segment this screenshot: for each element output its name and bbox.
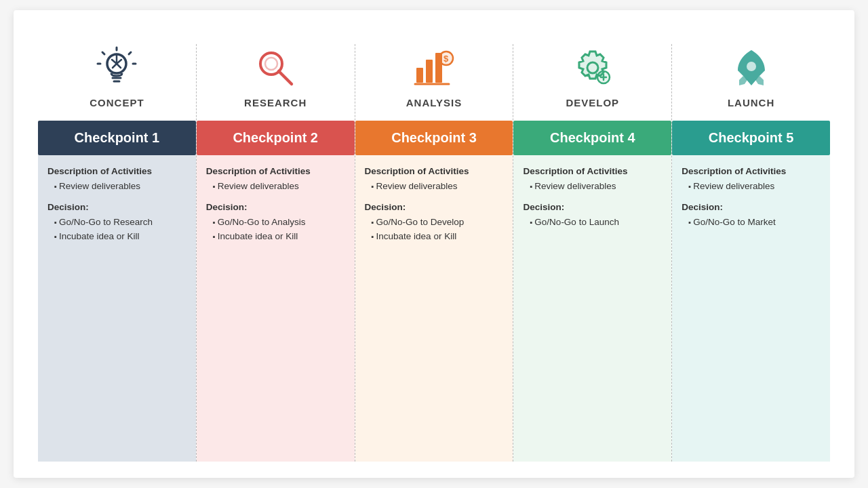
list-item: Incubate idea or Kill: [370, 230, 504, 243]
main-content: CONCEPTCheckpoint 1Description of Activi…: [38, 44, 830, 462]
develop-activities-list: Review deliverables: [523, 180, 662, 193]
slide: CONCEPTCheckpoint 1Description of Activi…: [14, 10, 854, 478]
list-item: Review deliverables: [687, 180, 821, 193]
list-item: Go/No-Go to Research: [53, 216, 186, 229]
list-item: Incubate idea or Kill: [53, 230, 186, 243]
list-item: Go/No-Go to Develop: [370, 216, 504, 229]
list-item: Go/No-Go to Market: [687, 216, 821, 229]
phase-col-launch: LAUNCHCheckpoint 5Description of Activit…: [672, 44, 830, 462]
concept-label: CONCEPT: [90, 97, 144, 108]
research-checkpoint-bar: Checkpoint 2: [197, 121, 355, 155]
launch-activities-list: Review deliverables: [682, 180, 821, 193]
list-item: Go/No-Go to Launch: [528, 216, 662, 229]
concept-checkpoint-bar: Checkpoint 1: [38, 121, 196, 155]
research-activities-title: Description of Activities: [206, 165, 345, 178]
research-label: RESEARCH: [244, 97, 307, 108]
analysis-content: Description of ActivitiesReview delivera…: [355, 155, 513, 462]
svg-text:$: $: [443, 54, 449, 64]
develop-decision-title: Decision:: [523, 201, 662, 214]
list-item: Review deliverables: [528, 180, 662, 193]
launch-activities-title: Description of Activities: [682, 165, 821, 178]
launch-content: Description of ActivitiesReview delivera…: [672, 155, 830, 462]
analysis-activities-title: Description of Activities: [365, 165, 504, 178]
launch-decisions-list: Go/No-Go to Market: [682, 216, 821, 229]
develop-content: Description of ActivitiesReview delivera…: [513, 155, 671, 462]
research-content: Description of ActivitiesReview delivera…: [197, 155, 355, 462]
svg-point-15: [265, 58, 277, 70]
concept-activities-title: Description of Activities: [47, 165, 186, 178]
list-item: Review deliverables: [212, 180, 345, 193]
research-decisions-list: Go/No-Go to AnalysisIncubate idea or Kil…: [206, 216, 345, 244]
develop-decisions-list: Go/No-Go to Launch: [523, 216, 662, 229]
svg-point-26: [747, 62, 756, 71]
analysis-decision-title: Decision:: [365, 201, 504, 214]
list-item: Review deliverables: [370, 180, 504, 193]
research-decision-title: Decision:: [206, 201, 345, 214]
research-activities-list: Review deliverables: [206, 180, 345, 193]
phase-col-analysis: $ ANALYSISCheckpoint 3Description of Act…: [355, 44, 514, 462]
svg-line-14: [279, 71, 292, 84]
svg-rect-16: [416, 68, 423, 83]
research-icon: [252, 44, 299, 92]
list-item: Go/No-Go to Analysis: [212, 216, 345, 229]
analysis-activities-list: Review deliverables: [365, 180, 504, 193]
concept-activities-list: Review deliverables: [47, 180, 186, 193]
svg-line-2: [102, 52, 104, 54]
launch-icon: [728, 44, 775, 92]
concept-icon: [93, 44, 140, 92]
list-item: Incubate idea or Kill: [212, 230, 345, 243]
svg-line-12: [117, 64, 121, 68]
develop-icon: [569, 44, 616, 92]
phase-col-develop: DEVELOPCheckpoint 4Description of Activi…: [513, 44, 672, 462]
phase-col-research: RESEARCHCheckpoint 2Description of Activ…: [197, 44, 355, 462]
concept-decision-title: Decision:: [47, 201, 186, 214]
develop-label: DEVELOP: [566, 97, 619, 108]
concept-decisions-list: Go/No-Go to ResearchIncubate idea or Kil…: [47, 216, 186, 244]
svg-line-11: [113, 64, 117, 68]
phase-col-concept: CONCEPTCheckpoint 1Description of Activi…: [38, 44, 197, 462]
develop-checkpoint-bar: Checkpoint 4: [513, 121, 671, 155]
launch-decision-title: Decision:: [682, 201, 821, 214]
develop-activities-title: Description of Activities: [523, 165, 662, 178]
concept-content: Description of ActivitiesReview delivera…: [38, 155, 196, 462]
analysis-decisions-list: Go/No-Go to DevelopIncubate idea or Kill: [365, 216, 504, 244]
analysis-icon: $: [410, 44, 458, 92]
analysis-checkpoint-bar: Checkpoint 3: [355, 121, 513, 155]
analysis-label: ANALYSIS: [406, 97, 462, 108]
svg-rect-17: [426, 60, 433, 83]
list-item: Review deliverables: [53, 180, 186, 193]
launch-checkpoint-bar: Checkpoint 5: [672, 121, 830, 155]
launch-label: LAUNCH: [728, 97, 774, 108]
svg-line-3: [129, 52, 131, 54]
